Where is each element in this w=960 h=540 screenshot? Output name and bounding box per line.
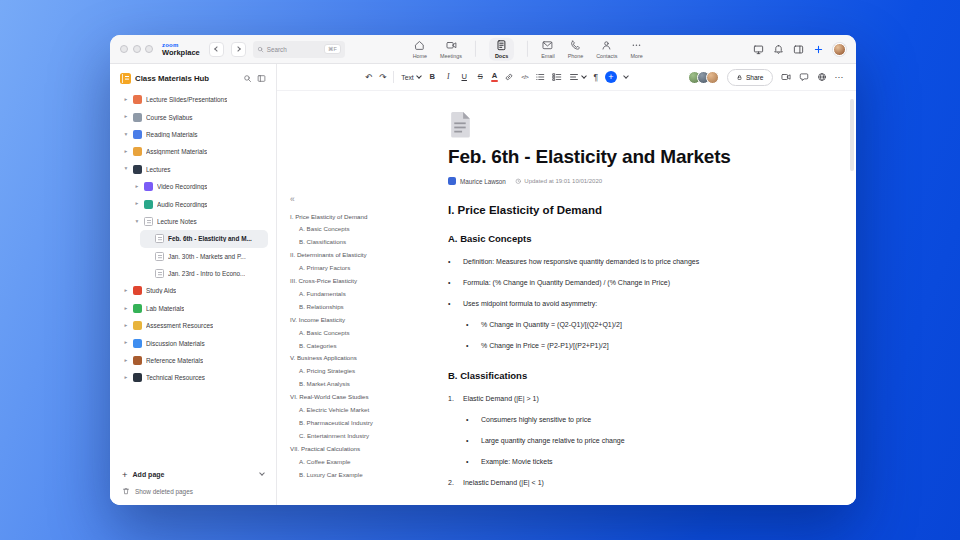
- text-style-dropdown[interactable]: Text: [401, 74, 420, 81]
- chevron-icon[interactable]: ▾: [123, 166, 129, 172]
- document-canvas[interactable]: « I. Price Elasticity of Demand A. Basic…: [277, 91, 856, 505]
- sidebar-item-jan-30-note[interactable]: Jan. 30th - Markets and P...: [140, 248, 268, 265]
- share-button[interactable]: Share: [727, 69, 773, 86]
- chevron-icon[interactable]: ▾: [134, 219, 140, 225]
- collaborator-avatars[interactable]: [688, 71, 719, 84]
- tab-email[interactable]: Email: [541, 40, 554, 59]
- tab-meetings[interactable]: Meetings: [440, 40, 462, 59]
- chevron-icon[interactable]: ▸: [134, 184, 140, 190]
- chevron-icon[interactable]: ▾: [123, 132, 129, 138]
- new-plus-icon[interactable]: [813, 44, 824, 55]
- sidebar-item-audio-recordings[interactable]: ▸ Audio Recordings: [129, 195, 268, 212]
- toc-item[interactable]: B. Luxury Car Example: [290, 469, 442, 482]
- sidebar-item-jan-23-note[interactable]: Jan. 23rd - Intro to Econo...: [140, 265, 268, 282]
- forward-button[interactable]: [231, 42, 246, 57]
- global-search-input[interactable]: Search ⌘F: [253, 41, 345, 58]
- toc-item[interactable]: B. Categories: [290, 340, 442, 353]
- redo-icon[interactable]: ↷: [379, 73, 386, 82]
- toc-item[interactable]: A. Fundamentals: [290, 288, 442, 301]
- code-icon[interactable]: </>: [521, 74, 528, 80]
- tab-contacts[interactable]: Contacts: [596, 40, 617, 59]
- sidebar-item-lecture-slides[interactable]: ▸ Lecture Slides/Presentations: [118, 91, 268, 108]
- bullet-list-icon[interactable]: [535, 72, 545, 82]
- show-deleted-pages-button[interactable]: Show deleted pages: [122, 487, 264, 495]
- back-button[interactable]: [209, 42, 224, 57]
- toc-item[interactable]: IV. Income Elasticity: [290, 314, 442, 327]
- chevron-icon[interactable]: ▸: [123, 358, 129, 364]
- notifications-bell-icon[interactable]: [773, 44, 784, 55]
- document-title[interactable]: Feb. 6th - Elasticity and Markets: [448, 146, 833, 168]
- sidebar-item-reference-materials[interactable]: ▸ Reference Materials: [118, 352, 268, 369]
- sidebar-item-course-syllabus[interactable]: ▸ Course Syllabus: [118, 108, 268, 125]
- sidebar-item-study-aids[interactable]: ▸ Study Aids: [118, 282, 268, 299]
- toc-item[interactable]: A. Basic Concepts: [290, 223, 442, 236]
- toc-item[interactable]: A. Basic Concepts: [290, 327, 442, 340]
- toc-item[interactable]: A. Pricing Strategies: [290, 365, 442, 378]
- toc-item[interactable]: A. Electric Vehicle Market: [290, 404, 442, 417]
- sidebar-item-lab-materials[interactable]: ▸ Lab Materials: [118, 300, 268, 317]
- language-globe-icon[interactable]: [817, 72, 827, 82]
- tab-docs[interactable]: Docs: [489, 38, 514, 61]
- sidebar-item-video-recordings[interactable]: ▸ Video Recordings: [129, 178, 268, 195]
- sidebar-search-icon[interactable]: [243, 74, 252, 83]
- chevron-icon[interactable]: ▸: [123, 340, 129, 346]
- chevron-icon[interactable]: ▸: [123, 114, 129, 120]
- sidebar-item-technical-resources[interactable]: ▸ Technical Resources: [118, 369, 268, 386]
- sidebar-item-lecture-notes[interactable]: ▾ Lecture Notes: [129, 213, 268, 230]
- add-page-button[interactable]: + Add page: [122, 470, 264, 480]
- underline-button[interactable]: U: [460, 73, 469, 81]
- toc-item[interactable]: B. Relationships: [290, 301, 442, 314]
- chevron-icon[interactable]: ▸: [123, 97, 129, 103]
- chevron-icon[interactable]: ▸: [123, 306, 129, 312]
- insert-block-button[interactable]: +: [605, 71, 617, 83]
- tab-more[interactable]: More: [631, 40, 643, 59]
- toc-item[interactable]: VII. Practical Calculations: [290, 443, 442, 456]
- align-dropdown[interactable]: [569, 72, 586, 82]
- comments-icon[interactable]: [799, 72, 809, 82]
- user-avatar[interactable]: [833, 43, 846, 56]
- close-window-button[interactable]: [120, 45, 128, 53]
- tab-home[interactable]: Home: [413, 40, 427, 59]
- start-video-icon[interactable]: [781, 72, 791, 82]
- collaborator-avatar[interactable]: [706, 71, 719, 84]
- toc-item[interactable]: B. Classifications: [290, 236, 442, 249]
- minimize-window-button[interactable]: [133, 45, 141, 53]
- sidebar-item-reading-materials[interactable]: ▾ Reading Materials: [118, 126, 268, 143]
- sidebar-item-lectures[interactable]: ▾ Lectures: [118, 161, 268, 178]
- sidebar-item-assignment-materials[interactable]: ▸ Assignment Materials: [118, 143, 268, 160]
- toc-item[interactable]: V. Business Applications: [290, 352, 442, 365]
- toc-item[interactable]: II. Determinants of Elasticity: [290, 249, 442, 262]
- chevron-icon[interactable]: ▸: [123, 323, 129, 329]
- text-color-button[interactable]: A: [492, 72, 497, 82]
- toc-item[interactable]: B. Pharmaceutical Industry: [290, 417, 442, 430]
- toc-item[interactable]: A. Coffee Example: [290, 456, 442, 469]
- side-panel-icon[interactable]: [793, 44, 804, 55]
- chevron-icon[interactable]: ▸: [123, 375, 129, 381]
- toc-item[interactable]: A. Primary Factors: [290, 262, 442, 275]
- chevron-icon[interactable]: ▸: [123, 288, 129, 294]
- paragraph-mark-icon[interactable]: ¶: [593, 73, 598, 82]
- sidebar-item-feb-6-note[interactable]: Feb. 6th - Elasticity and M...: [140, 230, 268, 247]
- zoom-window-button[interactable]: [145, 45, 153, 53]
- strikethrough-button[interactable]: S: [476, 73, 485, 81]
- link-icon[interactable]: [504, 72, 514, 82]
- collapse-outline-icon[interactable]: «: [290, 195, 442, 204]
- toc-item[interactable]: C. Entertainment Industry: [290, 430, 442, 443]
- bold-button[interactable]: B: [428, 73, 437, 81]
- toc-item[interactable]: III. Cross-Price Elasticity: [290, 275, 442, 288]
- tab-phone[interactable]: Phone: [568, 40, 584, 59]
- checklist-icon[interactable]: [552, 72, 562, 82]
- sidebar-item-assessment-resources[interactable]: ▸ Assessment Resources: [118, 317, 268, 334]
- italic-button[interactable]: I: [444, 73, 453, 81]
- vertical-scrollbar[interactable]: [850, 99, 854, 171]
- toc-item[interactable]: VI. Real-World Case Studies: [290, 391, 442, 404]
- undo-icon[interactable]: ↶: [365, 73, 372, 82]
- more-options-icon[interactable]: ⋯: [835, 73, 844, 82]
- collapse-sidebar-icon[interactable]: [257, 74, 266, 83]
- sidebar-item-discussion-materials[interactable]: ▸ Discussion Materials: [118, 334, 268, 351]
- toc-item[interactable]: I. Price Elasticity of Demand: [290, 211, 442, 224]
- chevron-down-icon[interactable]: [623, 73, 629, 79]
- chevron-icon[interactable]: ▸: [123, 149, 129, 155]
- monitor-icon[interactable]: [753, 44, 764, 55]
- chevron-icon[interactable]: ▸: [134, 201, 140, 207]
